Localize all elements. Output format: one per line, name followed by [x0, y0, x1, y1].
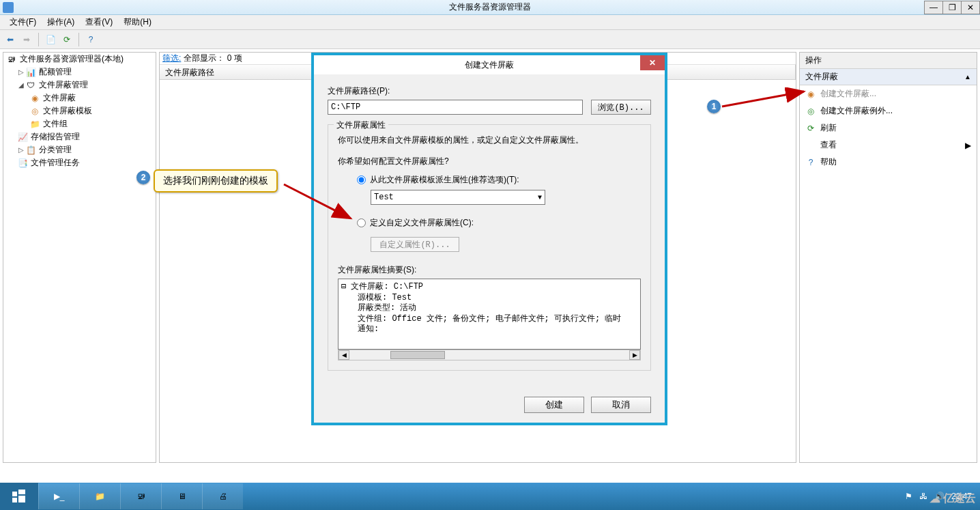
radio-custom[interactable] [357, 218, 366, 227]
exception-icon: ◎ [805, 106, 816, 117]
expander-icon[interactable]: ▷ [17, 146, 25, 154]
tree-classify[interactable]: ▷📋分类管理 [3, 143, 156, 156]
start-button[interactable] [0, 483, 38, 510]
dialog-title: 创建文件屏蔽 [465, 59, 514, 71]
template-icon: ◎ [29, 106, 40, 117]
tree-file-group[interactable]: 📁文件组 [3, 117, 156, 130]
action-view[interactable]: 查看▶ [800, 137, 977, 154]
callout-badge-2: 2 [136, 171, 150, 184]
svg-rect-7 [18, 490, 25, 494]
task-icon: 📑 [17, 158, 28, 169]
callout-badge-1: 1 [707, 100, 721, 113]
how-label: 你希望如何配置文件屏蔽属性? [338, 156, 641, 167]
screen-mgmt-icon: 🛡 [25, 80, 36, 91]
forward-button[interactable]: ➡ [19, 32, 34, 47]
report-icon: 📈 [17, 132, 28, 143]
task-app1[interactable]: 🖥 [161, 483, 202, 509]
tree-screen[interactable]: ◉文件屏蔽 [3, 91, 156, 104]
browse-button[interactable]: 浏览(B)... [591, 100, 651, 115]
summary-scrollbar[interactable]: ◀ ▶ [338, 350, 641, 360]
window-title: 文件服务器资源管理器 [449, 1, 531, 13]
tray-network-icon[interactable]: 🖧 [919, 492, 927, 501]
refresh-icon[interactable]: ⟳ [59, 32, 74, 47]
cancel-button[interactable]: 取消 [591, 397, 651, 413]
scroll-thumb[interactable] [390, 351, 445, 359]
toolbar: ⬅ ➡ 📄 ⟳ ? [0, 30, 980, 49]
menu-view[interactable]: 查看(V) [80, 15, 118, 29]
radio-template[interactable] [357, 175, 366, 184]
app-icon [3, 2, 14, 13]
tree-screen-tmpl[interactable]: ◎文件屏蔽模板 [3, 104, 156, 117]
tree-storage-report[interactable]: 📈存储报告管理 [3, 130, 156, 143]
summary-label: 文件屏蔽属性摘要(S): [338, 264, 641, 276]
fieldset-legend: 文件屏蔽属性 [334, 119, 388, 131]
callout-text: 选择我们刚刚创建的模板 [154, 169, 278, 193]
path-label: 文件屏蔽路径(P): [328, 85, 651, 97]
radio-template-row[interactable]: 从此文件屏蔽模板派生属性(推荐选项)(T): [357, 174, 641, 186]
tree-panel[interactable]: 🖳文件服务器资源管理器(本地) ▷📊配额管理 ◢🛡文件屏蔽管理 ◉文件屏蔽 ◎文… [3, 52, 156, 463]
filter-link[interactable]: 筛选: [162, 53, 181, 64]
prop-description: 你可以使用来自文件屏蔽模板的属性，或定义自定义文件屏蔽属性。 [338, 134, 641, 146]
server-icon: 🖳 [6, 54, 17, 65]
action-create-screen[interactable]: ◉创建文件屏蔽... [800, 85, 977, 102]
dialog-title-bar[interactable]: 创建文件屏蔽 ✕ [314, 55, 665, 74]
dialog-close-button[interactable]: ✕ [640, 55, 665, 70]
task-powershell[interactable]: ▶_ [38, 483, 79, 509]
help-icon: ? [805, 157, 816, 168]
scroll-right-icon[interactable]: ▶ [629, 350, 640, 360]
minimize-button[interactable]: — [924, 1, 943, 14]
actions-header: 操作 [800, 53, 977, 69]
template-select[interactable]: Test ▼ [371, 190, 545, 205]
svg-rect-4 [12, 498, 17, 502]
path-input[interactable] [328, 100, 583, 115]
refresh-icon: ⟳ [805, 123, 816, 134]
watermark-icon: ☁ [929, 492, 940, 505]
menu-action[interactable]: 操作(A) [42, 15, 80, 29]
create-icon: ◉ [805, 89, 816, 100]
tree-file-task[interactable]: 📑文件管理任务 [3, 156, 156, 169]
radio-custom-row[interactable]: 定义自定义文件屏蔽属性(C): [357, 217, 641, 229]
scroll-left-icon[interactable]: ◀ [338, 350, 349, 360]
classify-icon: 📋 [25, 145, 36, 156]
actions-panel: 操作 文件屏蔽 ▲ ◉创建文件屏蔽... ◎创建文件屏蔽例外... ⟳刷新 查看… [799, 52, 977, 463]
up-button[interactable]: 📄 [43, 32, 58, 47]
create-button[interactable]: 创建 [524, 397, 584, 413]
create-screen-dialog: 创建文件屏蔽 ✕ 文件屏蔽路径(P): 浏览(B)... 文件屏蔽属性 你可以使… [313, 55, 665, 423]
properties-fieldset: 文件屏蔽属性 你可以使用来自文件屏蔽模板的属性，或定义自定义文件屏蔽属性。 你希… [328, 124, 651, 371]
file-group-icon: 📁 [29, 119, 40, 130]
task-explorer[interactable]: 📁 [79, 483, 120, 509]
start-icon [11, 488, 27, 505]
taskbar[interactable]: ▶_ 📁 🖳 🖥 🖨 ⚑ 🖧 🔊 22:47 [0, 483, 980, 510]
action-create-exception[interactable]: ◎创建文件屏蔽例外... [800, 102, 977, 119]
help-icon[interactable]: ? [83, 32, 98, 47]
task-app2[interactable]: 🖨 [202, 483, 243, 509]
svg-rect-6 [12, 492, 17, 496]
expander-icon[interactable]: ▷ [17, 68, 25, 76]
svg-rect-5 [18, 496, 25, 502]
menu-help[interactable]: 帮助(H) [118, 15, 157, 29]
screen-icon: ◉ [29, 93, 40, 104]
tree-quota[interactable]: ▷📊配额管理 [3, 66, 156, 79]
chevron-right-icon: ▶ [965, 141, 971, 150]
menu-file[interactable]: 文件(F) [4, 15, 42, 29]
window-title-bar: 文件服务器资源管理器 — ❐ ✕ [0, 0, 980, 15]
action-help[interactable]: ?帮助 [800, 154, 977, 171]
collapse-icon[interactable]: ▲ [964, 73, 971, 81]
close-window-button[interactable]: ✕ [961, 1, 980, 14]
actions-section: 文件屏蔽 ▲ [800, 69, 977, 85]
action-refresh[interactable]: ⟳刷新 [800, 119, 977, 137]
menu-bar: 文件(F) 操作(A) 查看(V) 帮助(H) [0, 15, 980, 30]
tray-flag-icon[interactable]: ⚑ [905, 492, 912, 501]
watermark: ☁ 亿速云 [929, 492, 976, 506]
custom-properties-button: 自定义属性(R)... [371, 237, 459, 252]
task-server-mgr[interactable]: 🖳 [120, 483, 161, 509]
summary-box[interactable]: ⊟ 文件屏蔽: C:\FTP 源模板: Test 屏蔽类型: 活动 文件组: O… [338, 279, 641, 350]
quota-icon: 📊 [25, 67, 36, 78]
tree-root[interactable]: 🖳文件服务器资源管理器(本地) [3, 53, 156, 66]
tree-screen-mgmt[interactable]: ◢🛡文件屏蔽管理 [3, 79, 156, 91]
maximize-button[interactable]: ❐ [942, 1, 962, 14]
back-button[interactable]: ⬅ [3, 32, 18, 47]
chevron-down-icon: ▼ [538, 194, 542, 201]
filter-text: 全部显示： 0 项 [184, 53, 242, 64]
expander-icon[interactable]: ◢ [17, 81, 25, 89]
